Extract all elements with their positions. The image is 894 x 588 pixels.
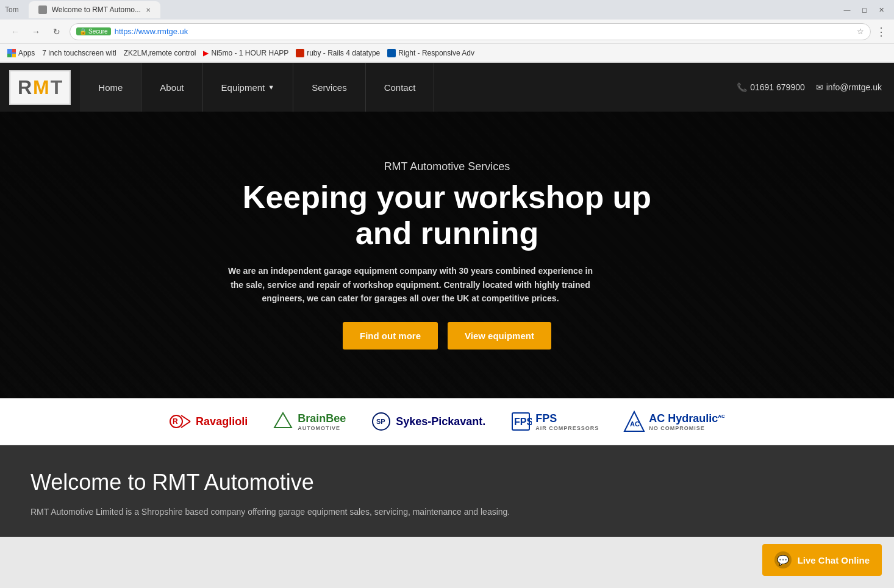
nav-email-address: info@rmtge.uk (826, 82, 882, 92)
site-logo[interactable]: R M T (9, 70, 71, 105)
close-window-button[interactable]: ✕ (873, 4, 889, 16)
nav-link-about-label: About (160, 82, 184, 93)
hero-section: RMT Automotive Services Keeping your wor… (0, 112, 894, 398)
nav-link-contact-label: Contact (384, 82, 416, 93)
hero-title: Keeping your workshop up and running (227, 179, 667, 253)
bookmarks-bar: Apps 7 inch touchscreen witl ZK2LM,remot… (0, 44, 894, 62)
brainbee-subtitle: AUTOMOTIVE (298, 425, 346, 431)
nav-link-contact[interactable]: Contact (366, 63, 435, 112)
site-navigation: R M T Home About Equipment ▼ Services Co… (0, 63, 894, 112)
browser-frame: Tom Welcome to RMT Automo... ✕ — ◻ ✕ ← →… (0, 0, 894, 63)
ruby-bookmark-label: ruby - Rails 4 datatype (307, 49, 380, 57)
nav-link-equipment[interactable]: Equipment ▼ (203, 63, 294, 112)
browser-tab[interactable]: Welcome to RMT Automo... ✕ (29, 1, 160, 18)
browser-titlebar: Tom Welcome to RMT Automo... ✕ — ◻ ✕ (0, 0, 894, 20)
browser-controls: ← → ↻ 🔒 Secure https://www.rmtge.uk ☆ ⋮ (0, 20, 894, 44)
svg-rect-3 (12, 54, 16, 57)
svg-rect-2 (7, 54, 11, 57)
sykes-label: Sykes-Pickavant. (396, 415, 485, 428)
tab-close-button[interactable]: ✕ (146, 7, 151, 13)
hero-description: We are an independent garage equipment c… (227, 264, 593, 305)
logo-r: R (18, 76, 32, 99)
hero-content: RMT Automotive Services Keeping your wor… (227, 160, 667, 350)
svg-rect-1 (12, 49, 16, 52)
back-button[interactable]: ← (7, 24, 23, 40)
hero-buttons: Find out more View equipment (227, 322, 667, 350)
fps-name: FPS (535, 412, 599, 425)
minimize-button[interactable]: — (839, 4, 855, 16)
brand-sykes-pickavant[interactable]: SP Sykes-Pickavant. (370, 411, 485, 432)
svg-text:FPS: FPS (514, 417, 532, 427)
bookmark-nismo[interactable]: ▶ Ni5mo - 1 HOUR HAPP (203, 49, 288, 57)
nav-phone-number: 01691 679900 (750, 82, 805, 92)
ravaglioli-icon: R (169, 411, 192, 432)
browser-menu-icon[interactable]: ⋮ (876, 25, 887, 38)
view-equipment-button[interactable]: View equipment (448, 322, 551, 350)
nav-email[interactable]: ✉ info@rmtge.uk (816, 82, 882, 92)
welcome-title: Welcome to RMT Automotive (30, 470, 864, 495)
bookmark-ruby[interactable]: ruby - Rails 4 datatype (296, 49, 380, 57)
nav-link-home-label: Home (98, 82, 123, 93)
brand-ac-hydraulic[interactable]: AC AC HydraulicAC NO COMPROMISE (623, 411, 725, 432)
hero-subtitle: RMT Automotive Services (227, 160, 667, 173)
ravaglioli-label: Ravaglioli (196, 415, 248, 428)
find-out-more-button[interactable]: Find out more (343, 322, 438, 350)
refresh-button[interactable]: ↻ (49, 24, 65, 40)
logo-t: T (51, 76, 63, 99)
nav-contact-info: 📞 01691 679900 ✉ info@rmtge.uk (737, 82, 894, 92)
secure-label: Secure (88, 28, 108, 35)
equipment-dropdown-icon: ▼ (268, 84, 274, 91)
website-content: R M T Home About Equipment ▼ Services Co… (0, 63, 894, 537)
ac-name: AC HydraulicAC (649, 412, 725, 425)
brands-section: R Ravaglioli BrainBee AUTOMOTIVE SP Syke… (0, 398, 894, 445)
nismo-bookmark-label: Ni5mo - 1 HOUR HAPP (211, 49, 288, 57)
brand-ravaglioli[interactable]: R Ravaglioli (169, 411, 248, 432)
address-bar[interactable]: 🔒 Secure https://www.rmtge.uk ☆ (70, 23, 871, 40)
brand-brainbee[interactable]: BrainBee AUTOMOTIVE (272, 411, 346, 432)
nav-phone[interactable]: 📞 01691 679900 (737, 82, 805, 92)
welcome-section: Welcome to RMT Automotive RMT Automotive… (0, 445, 894, 537)
phone-icon: 📞 (737, 82, 747, 92)
svg-text:SP: SP (376, 418, 385, 425)
user-label: Tom (5, 5, 24, 14)
lock-icon: 🔒 (79, 28, 87, 35)
apps-bookmark-label: Apps (18, 49, 35, 57)
nav-link-about[interactable]: About (141, 63, 202, 112)
bookmark-apps[interactable]: Apps (7, 49, 35, 57)
secure-badge: 🔒 Secure (76, 27, 111, 35)
nav-link-services-label: Services (312, 82, 347, 93)
bookmark-zk2lm[interactable]: ZK2LM,remote control (124, 49, 196, 57)
tab-favicon (38, 5, 47, 14)
email-icon: ✉ (816, 82, 823, 92)
tab-title: Welcome to RMT Automo... (52, 5, 141, 14)
url-text: https://www.rmtge.uk (115, 27, 188, 36)
ac-icon: AC (623, 411, 645, 432)
nav-link-services[interactable]: Services (293, 63, 366, 112)
brainbee-name: BrainBee (298, 412, 346, 425)
bookmark-star-icon[interactable]: ☆ (857, 27, 864, 36)
ruby-favicon (296, 49, 304, 57)
svg-rect-0 (7, 49, 11, 52)
brand-fps[interactable]: FPS FPS AIR COMPRESSORS (510, 411, 599, 432)
bookmark-right[interactable]: Right - Responsive Adv (387, 49, 474, 57)
brainbee-label-group: BrainBee AUTOMOTIVE (298, 412, 346, 431)
zk2lm-bookmark-label: ZK2LM,remote control (124, 49, 196, 57)
nav-link-equipment-label: Equipment (221, 82, 265, 93)
forward-button[interactable]: → (28, 24, 44, 40)
ac-label-group: AC HydraulicAC NO COMPROMISE (649, 412, 725, 431)
nav-link-home[interactable]: Home (80, 63, 141, 112)
window-controls: — ◻ ✕ (839, 4, 889, 16)
right-bookmark-label: Right - Responsive Adv (398, 49, 474, 57)
svg-text:R: R (173, 417, 178, 426)
fps-subtitle: AIR COMPRESSORS (535, 425, 599, 431)
sykes-icon: SP (370, 411, 392, 432)
nav-links: Home About Equipment ▼ Services Contact (80, 63, 434, 112)
nismo-icon: ▶ (203, 49, 209, 57)
right-favicon (387, 49, 396, 57)
ac-subtitle: NO COMPROMISE (649, 425, 725, 431)
svg-text:AC: AC (630, 420, 640, 428)
restore-button[interactable]: ◻ (856, 4, 872, 16)
fps-label-group: FPS AIR COMPRESSORS (535, 412, 599, 431)
bookmark-touchscreen[interactable]: 7 inch touchscreen witl (42, 49, 116, 57)
brainbee-icon (272, 411, 294, 432)
